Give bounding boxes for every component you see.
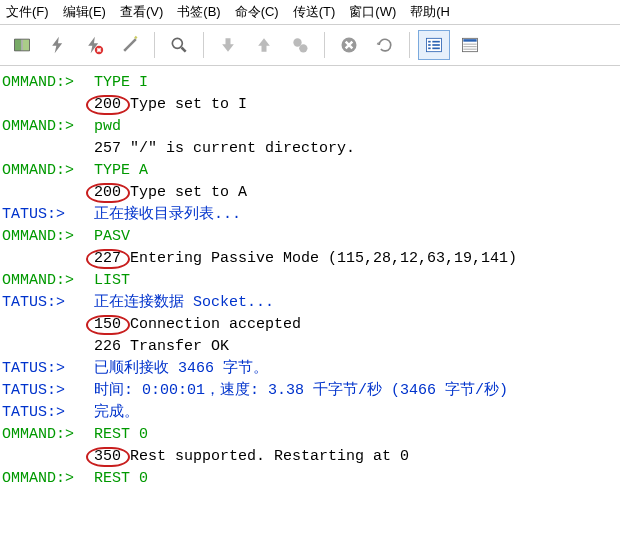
log-text: 正在连接数据 Socket... <box>94 292 620 314</box>
arrow-up-icon[interactable] <box>248 30 280 60</box>
log-row: TATUS:>正在接收目录列表... <box>0 204 620 226</box>
menu-window[interactable]: 窗口(W) <box>349 3 396 21</box>
svg-rect-6 <box>428 41 431 43</box>
log-row: 200 Type set to I <box>0 94 620 116</box>
svg-rect-7 <box>428 44 431 46</box>
log-tag: OMMAND:> <box>0 226 94 248</box>
log-text: 350 Rest supported. Restarting at 0 <box>94 446 620 468</box>
separator <box>203 32 204 58</box>
gear-pair-icon[interactable] <box>284 30 316 60</box>
log-tag: TATUS:> <box>0 204 94 226</box>
log-text: 257 "/" is current directory. <box>94 138 620 160</box>
menu-bookmark[interactable]: 书签(B) <box>177 3 220 21</box>
log-text: TYPE I <box>94 72 620 94</box>
menu-command[interactable]: 命令(C) <box>235 3 279 21</box>
log-text: 226 Transfer OK <box>94 336 620 358</box>
log-text: PASV <box>94 226 620 248</box>
log-text: 时间: 0:00:01，速度: 3.38 千字节/秒 (3466 字节/秒) <box>94 380 620 402</box>
log-tag: TATUS:> <box>0 402 94 424</box>
menubar: 文件(F) 编辑(E) 查看(V) 书签(B) 命令(C) 传送(T) 窗口(W… <box>0 0 620 25</box>
details-view-icon[interactable] <box>454 30 486 60</box>
log-text: 150 Connection accepted <box>94 314 620 336</box>
svg-rect-8 <box>428 48 431 50</box>
menu-edit[interactable]: 编辑(E) <box>63 3 106 21</box>
log-text: 已顺利接收 3466 字节。 <box>94 358 620 380</box>
log-row: TATUS:>正在连接数据 Socket... <box>0 292 620 314</box>
open-book-icon[interactable] <box>6 30 38 60</box>
svg-rect-10 <box>432 44 440 46</box>
log-row: OMMAND:>PASV <box>0 226 620 248</box>
log-row: 150 Connection accepted <box>0 314 620 336</box>
log-tag: TATUS:> <box>0 380 94 402</box>
log-tag: OMMAND:> <box>0 270 94 292</box>
log-text: REST 0 <box>94 468 620 490</box>
log-text: LIST <box>94 270 620 292</box>
log-row: OMMAND:>TYPE I <box>0 72 620 94</box>
log-text: 200 Type set to A <box>94 182 620 204</box>
wand-icon[interactable] <box>114 30 146 60</box>
log-row: OMMAND:>REST 0 <box>0 424 620 446</box>
svg-point-1 <box>172 38 182 48</box>
refresh-icon[interactable] <box>369 30 401 60</box>
log-tag: OMMAND:> <box>0 72 94 94</box>
log-text: 227 Entering Passive Mode (115,28,12,63,… <box>94 248 620 270</box>
lightning-icon[interactable] <box>42 30 74 60</box>
log-text: 完成。 <box>94 402 620 424</box>
log-row: TATUS:>时间: 0:00:01，速度: 3.38 千字节/秒 (3466 … <box>0 380 620 402</box>
log-tag: OMMAND:> <box>0 468 94 490</box>
log-row: OMMAND:>REST 0 <box>0 468 620 490</box>
log-row: 226 Transfer OK <box>0 336 620 358</box>
log-text: 正在接收目录列表... <box>94 204 620 226</box>
menu-view[interactable]: 查看(V) <box>120 3 163 21</box>
log-text: REST 0 <box>94 424 620 446</box>
log-row: 200 Type set to A <box>0 182 620 204</box>
app-window: 文件(F) 编辑(E) 查看(V) 书签(B) 命令(C) 传送(T) 窗口(W… <box>0 0 620 551</box>
menu-transfer[interactable]: 传送(T) <box>293 3 336 21</box>
log-text: pwd <box>94 116 620 138</box>
log-row: 257 "/" is current directory. <box>0 138 620 160</box>
log-row: OMMAND:>pwd <box>0 116 620 138</box>
svg-rect-9 <box>432 41 440 43</box>
separator <box>154 32 155 58</box>
svg-point-3 <box>299 44 307 52</box>
separator <box>409 32 410 58</box>
toolbar <box>0 25 620 66</box>
log-row: 227 Entering Passive Mode (115,28,12,63,… <box>0 248 620 270</box>
menu-file[interactable]: 文件(F) <box>6 3 49 21</box>
log-row: 350 Rest supported. Restarting at 0 <box>0 446 620 468</box>
log-text: TYPE A <box>94 160 620 182</box>
zoom-icon[interactable] <box>163 30 195 60</box>
log-row: TATUS:>已顺利接收 3466 字节。 <box>0 358 620 380</box>
arrow-down-icon[interactable] <box>212 30 244 60</box>
log-row: OMMAND:>TYPE A <box>0 160 620 182</box>
log-tag: TATUS:> <box>0 292 94 314</box>
lightning-cancel-icon[interactable] <box>78 30 110 60</box>
svg-rect-13 <box>463 39 476 42</box>
log-row: TATUS:>完成。 <box>0 402 620 424</box>
log-tag: OMMAND:> <box>0 424 94 446</box>
svg-rect-11 <box>432 48 440 50</box>
menu-help[interactable]: 帮助(H <box>410 3 450 21</box>
list-view-icon[interactable] <box>418 30 450 60</box>
log-panel: OMMAND:>TYPE I200 Type set to IOMMAND:>p… <box>0 66 620 490</box>
log-tag: OMMAND:> <box>0 116 94 138</box>
separator <box>324 32 325 58</box>
log-row: OMMAND:>LIST <box>0 270 620 292</box>
stop-x-icon[interactable] <box>333 30 365 60</box>
log-tag: OMMAND:> <box>0 160 94 182</box>
log-text: 200 Type set to I <box>94 94 620 116</box>
log-tag: TATUS:> <box>0 358 94 380</box>
